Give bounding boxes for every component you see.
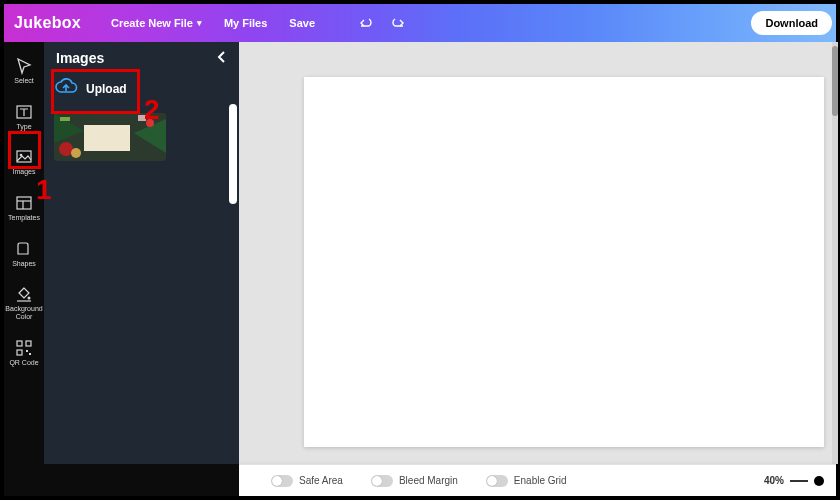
tool-qr-code[interactable]: QR Code <box>6 336 42 370</box>
history-controls <box>357 16 407 30</box>
chevron-down-icon: ▾ <box>197 18 202 28</box>
svg-rect-10 <box>17 350 22 355</box>
svg-rect-19 <box>60 117 70 121</box>
top-bar: Jukebox Create New File ▾ My Files Save <box>4 4 836 42</box>
tool-shapes-label: Shapes <box>12 260 36 268</box>
brand-logo: Jukebox <box>14 14 81 32</box>
tool-rail: Select Type Images Templates Shapes Back… <box>4 42 44 464</box>
tool-select-label: Select <box>14 77 33 85</box>
top-menu: Create New File ▾ My Files Save <box>111 16 407 30</box>
zoom-slider-handle[interactable] <box>814 476 824 486</box>
tool-qrcode-label: QR Code <box>9 359 38 367</box>
upload-label: Upload <box>86 82 127 96</box>
redo-button[interactable] <box>391 16 407 30</box>
tool-background-color[interactable]: Background Color <box>6 282 42 323</box>
cloud-upload-icon <box>54 78 78 99</box>
svg-rect-14 <box>84 125 130 151</box>
zoom-control[interactable]: 40% <box>764 475 824 486</box>
safe-area-toggle[interactable]: Safe Area <box>271 475 343 487</box>
tool-shapes[interactable]: Shapes <box>6 237 42 271</box>
svg-rect-11 <box>26 350 28 352</box>
svg-point-17 <box>146 119 154 127</box>
save-label: Save <box>289 17 315 29</box>
svg-rect-3 <box>17 197 31 209</box>
panel-title: Images <box>56 50 104 66</box>
svg-point-15 <box>59 142 73 156</box>
svg-point-16 <box>71 148 81 158</box>
bottom-bar: Safe Area Bleed Margin Enable Grid 40% <box>239 464 836 496</box>
toggle-switch-icon <box>371 475 393 487</box>
tool-bgcolor-label: Background Color <box>5 305 42 320</box>
panel-scrollbar[interactable] <box>229 104 237 204</box>
zoom-value: 40% <box>764 475 784 486</box>
svg-rect-12 <box>29 353 31 355</box>
canvas-workspace[interactable] <box>239 42 836 464</box>
bottom-left-filler <box>4 464 239 496</box>
my-files-menu[interactable]: My Files <box>224 17 267 29</box>
bleed-margin-label: Bleed Margin <box>399 475 458 486</box>
svg-rect-9 <box>26 341 31 346</box>
safe-area-label: Safe Area <box>299 475 343 486</box>
svg-rect-8 <box>17 341 22 346</box>
canvas-page[interactable] <box>304 77 824 447</box>
upload-button[interactable]: Upload <box>44 74 239 107</box>
workspace-scrollbar[interactable] <box>832 46 838 116</box>
svg-rect-18 <box>138 115 146 121</box>
collapse-panel-button[interactable] <box>217 50 227 66</box>
save-button[interactable]: Save <box>289 17 315 29</box>
download-label: Download <box>765 17 818 29</box>
enable-grid-label: Enable Grid <box>514 475 567 486</box>
undo-button[interactable] <box>357 16 373 30</box>
tool-type[interactable]: Type <box>6 100 42 134</box>
toggle-switch-icon <box>486 475 508 487</box>
tool-templates-label: Templates <box>8 214 40 222</box>
tool-type-label: Type <box>16 123 31 131</box>
image-thumbnail[interactable] <box>54 113 166 161</box>
my-files-label: My Files <box>224 17 267 29</box>
tool-images[interactable]: Images <box>6 145 42 179</box>
images-panel: Images Upload <box>44 42 239 464</box>
tool-select[interactable]: Select <box>6 54 42 88</box>
download-button[interactable]: Download <box>751 11 832 35</box>
toggle-switch-icon <box>271 475 293 487</box>
tool-templates[interactable]: Templates <box>6 191 42 225</box>
enable-grid-toggle[interactable]: Enable Grid <box>486 475 567 487</box>
tool-images-label: Images <box>13 168 36 176</box>
create-new-file-label: Create New File <box>111 17 193 29</box>
create-new-file-menu[interactable]: Create New File ▾ <box>111 17 202 29</box>
svg-point-6 <box>28 297 31 300</box>
bleed-margin-toggle[interactable]: Bleed Margin <box>371 475 458 487</box>
